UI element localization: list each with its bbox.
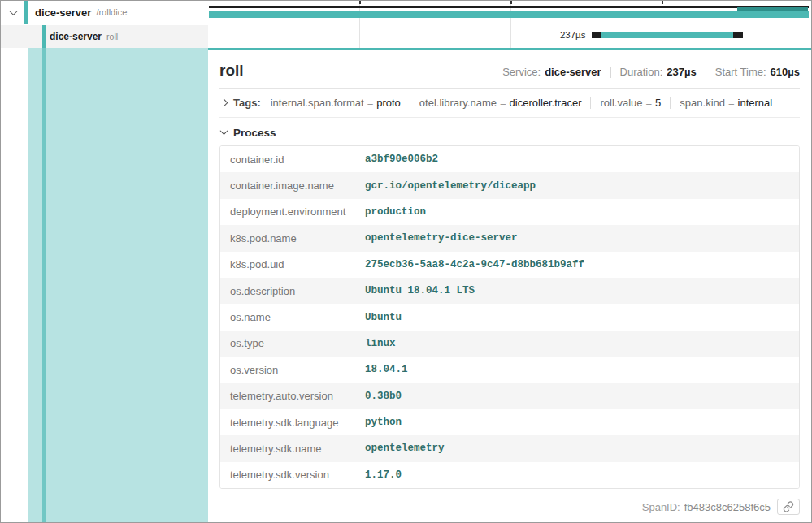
timeline-row-roll: 237µs — [208, 24, 812, 48]
tag-equals: = — [500, 97, 506, 109]
table-row: container.image.name gcr.io/opentelemetr… — [220, 172, 799, 198]
kv-value: production — [365, 206, 426, 218]
tag-equals: = — [367, 97, 374, 109]
trace-row-service: dice-server — [50, 31, 102, 42]
process-label: Process — [233, 127, 276, 139]
divider — [410, 97, 410, 109]
chevron-down-icon — [220, 127, 228, 135]
kv-value: 18.04.1 — [365, 364, 408, 375]
kv-value: 0.38b0 — [365, 391, 402, 402]
kv-key: os.version — [220, 364, 365, 376]
divider — [590, 97, 591, 109]
kv-key: deployment.environment — [220, 205, 365, 218]
service-color-bar — [24, 1, 28, 24]
kv-value: linux — [365, 338, 396, 349]
span-title: roll — [219, 62, 244, 80]
trace-row-service: dice-server — [35, 6, 91, 19]
indent-color-bar — [42, 48, 46, 522]
table-row: os.description Ubuntu 18.04.1 LTS — [220, 278, 799, 304]
trace-detail-page: dice-server /rolldice dice-server roll 2… — [0, 0, 812, 523]
tag-key: span.kind — [680, 97, 725, 109]
chevron-down-icon[interactable] — [1, 10, 25, 15]
tags-label: Tags: — [233, 97, 261, 109]
kv-key: os.name — [220, 311, 365, 323]
table-row: container.id a3bf90e006b2 — [220, 146, 799, 172]
timeline-row-rolldice — [208, 1, 812, 24]
kv-key: container.id — [220, 153, 365, 166]
span-detail-header: roll Service: dice-server Duration: 237µ… — [219, 55, 800, 89]
service-value: dice-server — [545, 66, 601, 78]
tag-value: proto — [376, 97, 401, 109]
kv-key: telemetry.sdk.name — [220, 443, 365, 455]
kv-key: k8s.pod.uid — [220, 258, 365, 270]
table-row: os.type linux — [220, 331, 799, 357]
kv-value: a3bf90e006b2 — [365, 153, 438, 165]
kv-value: python — [365, 417, 402, 428]
trace-row-operation: roll — [106, 32, 118, 41]
tag-key: internal.span.format — [271, 97, 364, 109]
tag-value: 5 — [655, 97, 661, 109]
start-time-value: 610µs — [771, 66, 800, 78]
kv-value: Ubuntu 18.04.1 LTS — [365, 285, 475, 296]
trace-timeline: 237µs — [208, 1, 812, 48]
kv-key: container.image.name — [220, 179, 365, 192]
tag-key: roll.value — [600, 97, 642, 109]
tag-equals: = — [646, 97, 653, 109]
table-row: os.version 18.04.1 — [220, 357, 799, 383]
service-label: Service: — [502, 66, 541, 78]
table-row: telemetry.sdk.version 1.17.0 — [220, 462, 799, 488]
spanid-value: fb483c8c6258f6c5 — [684, 501, 771, 513]
duration-value: 237µs — [667, 66, 696, 78]
trace-row-roll[interactable]: dice-server roll — [1, 25, 208, 48]
span-detail-footer: SpanID: fb483c8c6258f6c5 — [219, 499, 800, 515]
tag-key: otel.library.name — [419, 97, 497, 109]
service-color-bar — [42, 25, 46, 48]
table-row: telemetry.auto.version 0.38b0 — [220, 383, 799, 409]
kv-value: opentelemetry — [365, 443, 445, 454]
kv-value: opentelemetry-dice-server — [365, 232, 518, 244]
kv-key: os.description — [220, 285, 365, 297]
kv-key: k8s.pod.name — [220, 232, 365, 244]
trace-row-rolldice[interactable]: dice-server /rolldice — [1, 1, 208, 24]
span-duration-label: 237µs — [560, 30, 586, 40]
copy-span-link-button[interactable] — [777, 499, 800, 515]
kv-value: 1.17.0 — [365, 469, 402, 481]
process-kv-table: container.id a3bf90e006b2 container.imag… — [219, 145, 800, 489]
link-icon — [783, 501, 794, 512]
table-row: telemetry.sdk.name opentelemetry — [220, 435, 799, 461]
kv-value: 275ecb36-5aa8-4c2a-9c47-d8bb681b9aff — [365, 259, 584, 270]
divider — [670, 97, 671, 109]
span-bar-rolldice[interactable] — [209, 11, 809, 18]
span-bar-roll[interactable] — [592, 32, 742, 38]
kv-key: telemetry.sdk.language — [220, 417, 365, 429]
divider — [706, 67, 706, 78]
minimap-span-bar[interactable] — [209, 6, 809, 8]
kv-key: os.type — [220, 337, 365, 349]
start-time-label: Start Time: — [715, 66, 766, 78]
table-row: os.name Ubuntu — [220, 304, 799, 330]
process-accordion[interactable]: Process — [219, 118, 800, 145]
table-row: deployment.environment production — [220, 199, 799, 225]
tag-value: diceroller.tracer — [510, 97, 582, 109]
table-row: k8s.pod.name opentelemetry-dice-server — [220, 225, 799, 251]
kv-value: Ubuntu — [365, 312, 402, 323]
kv-key: telemetry.sdk.version — [220, 469, 365, 481]
span-detail-panel: roll Service: dice-server Duration: 237µ… — [208, 48, 811, 522]
duration-label: Duration: — [620, 66, 663, 78]
spanid-label: SpanID: — [642, 501, 680, 513]
table-row: k8s.pod.uid 275ecb36-5aa8-4c2a-9c47-d8bb… — [220, 252, 799, 278]
trace-row-operation: /rolldice — [96, 7, 127, 17]
kv-value: gcr.io/opentelemetry/diceapp — [365, 180, 536, 192]
divider — [610, 67, 611, 78]
table-row: telemetry.sdk.language python — [220, 409, 799, 435]
span-bar-segment — [737, 7, 808, 11]
tags-accordion[interactable]: Tags: internal.span.format = proto otel.… — [219, 89, 800, 118]
tag-equals: = — [728, 97, 735, 109]
kv-key: telemetry.auto.version — [220, 390, 365, 402]
span-overview: Service: dice-server Duration: 237µs Sta… — [502, 66, 800, 78]
tag-value: internal — [738, 97, 773, 109]
chevron-right-icon — [220, 99, 228, 107]
selected-span-detail-gutter — [28, 48, 208, 522]
